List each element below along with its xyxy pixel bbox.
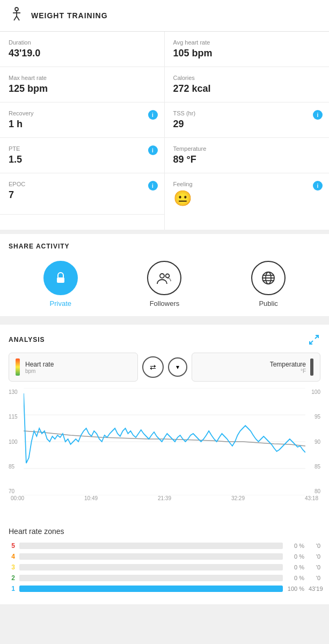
feeling-emoji: 😐 xyxy=(173,189,321,207)
zone-row-5: 5 0 % '0 xyxy=(9,542,320,550)
stat-pte: PTE 1.5 i xyxy=(0,138,165,173)
switch-axis-button[interactable]: ⇄ xyxy=(142,356,164,378)
y-axis-left: 130 115 100 85 70 xyxy=(9,388,24,495)
svg-point-6 xyxy=(160,274,164,278)
followers-icon-circle xyxy=(147,261,181,295)
epoc-info-button[interactable]: i xyxy=(148,181,158,191)
share-title: SHARE ACTIVITY xyxy=(9,243,320,250)
zone-row-4: 4 0 % '0 xyxy=(9,553,320,560)
header: WEIGHT TRAINING xyxy=(0,0,329,32)
analysis-title: ANALYSIS xyxy=(9,336,45,343)
heart-rate-legend: Heart rate bpm xyxy=(9,353,138,382)
feeling-info-button[interactable]: i xyxy=(313,181,323,191)
share-public[interactable]: Public xyxy=(251,261,286,308)
weight-training-icon xyxy=(9,6,25,25)
share-options: Private Followers xyxy=(9,261,320,308)
zone-row-1: 1 100 % 43'19 xyxy=(9,585,320,592)
stat-epoc: EPOC 7 i xyxy=(0,173,165,215)
y-axis-right: 100 95 90 85 80 xyxy=(305,388,320,495)
stat-temperature: Temperature 89 °F xyxy=(165,138,330,173)
svg-line-3 xyxy=(14,16,17,20)
share-section: SHARE ACTIVITY Private Followers xyxy=(0,234,329,316)
followers-label: Followers xyxy=(150,299,180,308)
stat-tss: TSS (hr) 29 i xyxy=(165,103,330,138)
private-icon-circle xyxy=(43,261,78,295)
svg-point-7 xyxy=(166,274,170,278)
hr-legend-bar xyxy=(16,358,20,376)
temperature-legend: Temperature °F xyxy=(192,353,321,382)
x-axis: 00:00 10:49 21:39 32:29 43:18 xyxy=(9,495,320,501)
chart-svg xyxy=(24,388,305,495)
stats-grid: Duration 43'19.0 Avg heart rate 105 bpm … xyxy=(0,32,329,230)
stat-duration: Duration 43'19.0 xyxy=(0,32,165,67)
svg-point-0 xyxy=(15,8,18,11)
pte-info-button[interactable]: i xyxy=(148,145,158,155)
share-private[interactable]: Private xyxy=(43,261,78,308)
stat-feeling: Feeling 😐 i xyxy=(165,173,330,215)
dropdown-button[interactable]: ▾ xyxy=(168,357,187,377)
page-title: WEIGHT TRAINING xyxy=(31,11,108,20)
divider-1 xyxy=(0,230,329,234)
zone-row-3: 3 0 % '0 xyxy=(9,564,320,571)
chart-controls: Heart rate bpm ⇄ ▾ Temperature °F xyxy=(9,353,320,382)
recovery-info-button[interactable]: i xyxy=(148,110,158,120)
divider-2 xyxy=(0,316,329,320)
stat-recovery: Recovery 1 h i xyxy=(0,103,165,138)
hr-zones-section: Heart rate zones 5 0 % '0 4 0 % '0 3 0 %… xyxy=(0,518,329,604)
zone-row-2: 2 0 % '0 xyxy=(9,574,320,582)
analysis-header: ANALYSIS xyxy=(9,333,320,346)
public-label: Public xyxy=(259,299,277,308)
stat-epoc-spacer xyxy=(0,215,165,230)
stat-calories: Calories 272 kcal xyxy=(165,67,330,103)
hr-zones-title: Heart rate zones xyxy=(9,527,320,536)
stat-avg-hr: Avg heart rate 105 bpm xyxy=(165,32,330,67)
temp-legend-bar xyxy=(310,358,313,376)
expand-button[interactable] xyxy=(308,333,320,346)
stat-max-hr: Max heart rate 125 bpm xyxy=(0,67,165,103)
svg-line-4 xyxy=(17,16,19,20)
analysis-section: ANALYSIS Heart rate bpm ⇄ ▾ Temperature … xyxy=(0,325,329,518)
share-followers[interactable]: Followers xyxy=(147,261,181,308)
public-icon-circle xyxy=(251,261,286,295)
tss-info-button[interactable]: i xyxy=(313,110,323,120)
svg-rect-5 xyxy=(57,277,64,283)
private-label: Private xyxy=(50,299,71,308)
